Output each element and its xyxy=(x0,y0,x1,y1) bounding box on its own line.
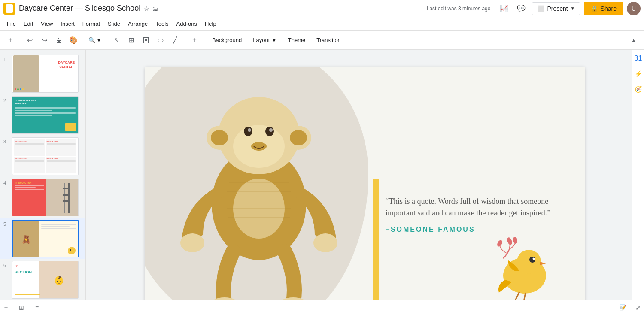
list-view-bottom-button[interactable]: ≡ xyxy=(31,302,43,314)
present-label: Present xyxy=(547,5,568,12)
menu-file[interactable]: File xyxy=(3,19,19,29)
slide-number-6: 6 xyxy=(3,263,9,268)
app-icon xyxy=(3,3,15,15)
main-layout: 1 DAYCARECENTER 2 xyxy=(0,50,644,315)
slide-item-6[interactable]: 6 👶 01. SECTION xyxy=(0,259,85,300)
divider-5 xyxy=(204,35,204,45)
print-button[interactable]: 🖨 xyxy=(52,33,66,47)
compass-icon[interactable]: 🧭 xyxy=(633,84,644,94)
folder-icon[interactable]: 🗂 xyxy=(152,5,158,12)
bottom-bar: ＋ ⊞ ≡ 📝 ⤢ xyxy=(0,300,644,315)
present-button[interactable]: ⬜ Present ▼ xyxy=(532,2,580,15)
slide-number-5: 5 xyxy=(3,221,9,227)
svg-point-10 xyxy=(269,128,273,132)
menu-insert[interactable]: Insert xyxy=(57,19,78,29)
svg-point-24 xyxy=(529,257,535,263)
theme-button[interactable]: Theme xyxy=(283,35,310,45)
slide-item-4[interactable]: 4 INTRODUCTION xyxy=(0,177,85,218)
transition-button[interactable]: Transition xyxy=(311,35,346,45)
svg-point-23 xyxy=(517,250,541,274)
redo-button[interactable]: ↪ xyxy=(37,33,51,47)
line-tool[interactable]: ╱ xyxy=(168,33,182,47)
menu-arrange[interactable]: Arrange xyxy=(125,19,151,29)
lock-icon: 🔒 xyxy=(591,5,598,12)
share-button[interactable]: 🔒 Share xyxy=(584,2,623,15)
title-icons: ☆ 🗂 xyxy=(144,5,158,12)
svg-marker-26 xyxy=(540,262,546,265)
slide-item-2[interactable]: 2 CONTENTS OF THISTEMPLATE xyxy=(0,94,85,136)
slide-thumb-5: 🧸 xyxy=(12,220,79,257)
svg-point-11 xyxy=(251,142,267,151)
grid-view-bottom-button[interactable]: ⊞ xyxy=(15,302,27,314)
image-tool[interactable]: 🖼 xyxy=(139,33,153,47)
text-box-tool[interactable]: ⊞ xyxy=(125,33,138,47)
slide-thumb-2: CONTENTS OF THISTEMPLATE xyxy=(12,96,79,134)
zoom-chevron: ▼ xyxy=(96,37,102,43)
comment-button[interactable]: ＋ xyxy=(188,33,201,47)
calendar-icon[interactable]: 31 xyxy=(633,53,644,64)
zoom-icon: 🔍 xyxy=(88,37,95,43)
menu-tools[interactable]: Tools xyxy=(152,19,172,29)
slide-thumb-6: 👶 01. SECTION xyxy=(12,261,79,299)
quote-area: “This is a quote. Words full of wisdom t… xyxy=(386,196,574,233)
add-slide-bottom-button[interactable]: ＋ xyxy=(0,302,12,314)
divider-3 xyxy=(107,35,107,45)
menu-addons[interactable]: Add-ons xyxy=(173,19,200,29)
trending-icon[interactable]: 📈 xyxy=(497,2,511,15)
right-panel: 31 ⚡ 🧭 xyxy=(632,50,644,315)
slide-item-3[interactable]: 3 BIG STATISTIC BIG STATISTIC xyxy=(0,136,85,177)
slide-item-5[interactable]: 5 🧸 xyxy=(0,218,85,259)
svg-line-27 xyxy=(515,292,519,300)
svg-point-35 xyxy=(513,236,518,244)
canvas-area: “This is a quote. Words full of wisdom t… xyxy=(86,50,644,315)
monkey-toy-image xyxy=(154,67,364,314)
svg-point-34 xyxy=(496,239,504,248)
slide-number-1: 1 xyxy=(3,57,9,62)
svg-point-33 xyxy=(506,237,513,245)
menu-format[interactable]: Format xyxy=(79,19,103,29)
shape-tool[interactable]: ⬭ xyxy=(154,33,167,47)
slide-number-3: 3 xyxy=(3,139,9,144)
divider-1 xyxy=(20,35,20,45)
user-avatar[interactable]: U xyxy=(627,2,641,15)
svg-point-4 xyxy=(211,130,228,145)
menu-view[interactable]: View xyxy=(37,19,56,29)
slide-thumb-3: BIG STATISTIC BIG STATISTIC BIG STATISTI… xyxy=(12,137,79,175)
undo-button[interactable]: ↩ xyxy=(23,33,36,47)
menu-help[interactable]: Help xyxy=(201,19,220,29)
svg-point-8 xyxy=(265,127,274,136)
cursor-tool[interactable]: ↖ xyxy=(110,33,124,47)
top-right-icons: 📈 💬 ⬜ Present ▼ 🔒 Share U xyxy=(497,2,641,15)
zoom-control[interactable]: 🔍 ▼ xyxy=(86,35,104,45)
present-icon: ⬜ xyxy=(537,5,544,12)
last-edit-text: Last edit was 3 minutes ago xyxy=(427,6,491,12)
slides-panel: 1 DAYCARECENTER 2 xyxy=(0,50,86,315)
title-bar: Daycare Center — Slidesgo School ☆ 🗂 Las… xyxy=(0,0,644,17)
slide-item-1[interactable]: 1 DAYCARECENTER xyxy=(0,53,85,94)
svg-point-7 xyxy=(244,127,252,136)
bird-illustration xyxy=(490,233,559,301)
svg-point-12 xyxy=(180,233,204,252)
slide-canvas[interactable]: “This is a quote. Words full of wisdom t… xyxy=(145,67,585,314)
expand-button[interactable]: ⤢ xyxy=(632,302,644,314)
menu-slide[interactable]: Slide xyxy=(104,19,124,29)
add-button[interactable]: ＋ xyxy=(3,33,17,47)
chat-icon[interactable]: 💬 xyxy=(514,2,528,15)
spark-icon[interactable]: ⚡ xyxy=(633,69,644,79)
slide-number-4: 4 xyxy=(3,180,9,185)
svg-point-5 xyxy=(290,130,307,145)
layout-button[interactable]: Layout ▼ xyxy=(248,35,282,45)
present-chevron-icon: ▼ xyxy=(571,6,575,11)
collapse-toolbar-button[interactable]: ▲ xyxy=(627,33,641,47)
slide-thumb-4: INTRODUCTION xyxy=(12,179,79,216)
doc-title: Daycare Center — Slidesgo School xyxy=(19,4,140,13)
divider-4 xyxy=(185,35,185,45)
svg-point-13 xyxy=(313,233,337,252)
paint-format-button[interactable]: 🎨 xyxy=(67,33,80,47)
star-icon[interactable]: ☆ xyxy=(144,5,149,12)
slide-number-2: 2 xyxy=(3,98,9,103)
add-note-button[interactable]: 📝 xyxy=(617,302,629,314)
toolbar: ＋ ↩ ↪ 🖨 🎨 🔍 ▼ ↖ ⊞ 🖼 ⬭ ╱ ＋ Background Lay… xyxy=(0,31,644,50)
menu-edit[interactable]: Edit xyxy=(20,19,36,29)
background-button[interactable]: Background xyxy=(207,35,247,45)
